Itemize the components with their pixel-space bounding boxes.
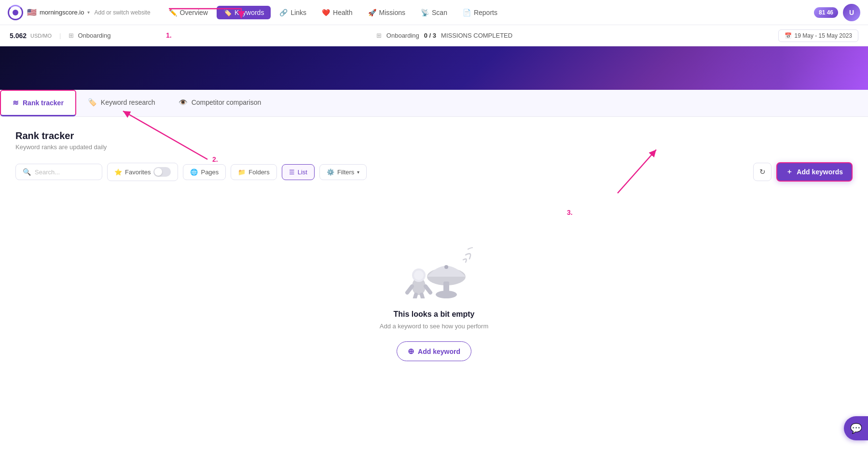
tab-competitor-label: Competitor comparison [192,98,262,106]
missions-header-icon: ⊞ [376,32,382,39]
filters-label: Filters [337,169,354,176]
nav-missions-label: Missions [379,9,405,16]
svg-line-4 [426,286,430,293]
keywords-icon: 🏷️ [223,9,232,16]
sub-header-center: ⊞ Onboarding 0 / 3 MISSIONS COMPLETED [126,32,762,39]
chevron-down-icon: ▾ [357,169,359,175]
svg-point-10 [444,265,448,269]
pages-icon: 🌐 [190,169,198,176]
main-content: Rank tracker Keyword ranks are updated d… [0,117,868,450]
empty-state: This looks a bit empty Add a keyword to … [15,197,853,390]
favorites-label: Favorites [125,169,151,176]
toggle-knob [154,168,162,176]
missions-suffix: MISSIONS COMPLETED [441,32,512,39]
list-icon: ☰ [289,169,295,176]
tab-rank-tracker[interactable]: ≋ Rank tracker [0,90,76,116]
rank-tracker-title: Rank tracker [15,130,853,141]
nav-links[interactable]: 🔗 Links [273,6,313,19]
empty-subtitle: Add a keyword to see how you perform [380,323,488,330]
nav-overview-label: Overview [180,9,208,16]
folders-button[interactable]: 📁 Folders [231,164,276,180]
logo[interactable] [8,5,23,20]
tab-keyword-research[interactable]: 🏷️ Keyword research [76,90,167,116]
empty-illustration [396,226,473,298]
chat-icon: 💬 [850,422,862,434]
scan-icon: 📡 [421,9,429,16]
favorites-button[interactable]: ⭐ Favorites [107,163,178,181]
list-button[interactable]: ☰ List [282,164,315,180]
search-icon: 🔍 [23,168,31,176]
date-range-button[interactable]: 📅 19 May - 15 May 2023 [778,29,858,42]
calendar-icon: 📅 [785,32,792,39]
svg-line-6 [422,295,424,298]
missions-icon: 🚀 [368,9,376,16]
onboarding-icon: ⊞ [69,32,74,39]
price-display: 5.062 [10,32,27,40]
rank-tracker-header: Rank tracker Keyword ranks are updated d… [15,130,853,151]
folders-label: Folders [248,169,269,176]
score-badge: 81 46 [814,7,838,18]
date-range-label: 19 May - 15 May 2023 [795,32,852,39]
onboarding-label: Onboarding [78,32,110,39]
sub-header: 5.062 USD/MO | ⊞ Onboarding ⊞ Onboarding… [0,25,868,46]
empty-title: This looks a bit empty [393,310,474,319]
nav-keywords-label: Keywords [234,9,264,16]
keyword-research-tab-icon: 🏷️ [88,98,97,107]
svg-line-5 [414,295,416,298]
nav-items: ✏️ Overview 🏷️ Keywords 🔗 Links ❤️ Healt… [162,6,814,19]
nav-health-label: Health [333,9,352,16]
tab-keyword-research-label: Keyword research [101,98,155,106]
chevron-down-icon: ▾ [87,10,90,15]
top-navigation: 🇺🇸 morningscore.io ▾ Add or switch websi… [0,0,868,25]
logo-icon [8,5,23,20]
sub-header-right: 📅 19 May - 15 May 2023 [778,29,858,42]
add-keyword-label: Add keyword [418,348,460,355]
rank-tracker-tab-icon: ≋ [13,98,19,107]
add-keywords-button[interactable]: ＋ Add keywords [776,162,853,182]
svg-line-3 [407,286,412,293]
chat-widget[interactable]: 💬 [844,416,868,440]
svg-point-2 [414,270,424,280]
site-name: morningscore.io [40,9,84,16]
svg-point-9 [436,291,457,298]
nav-scan-label: Scan [432,9,447,16]
price-unit: USD/MO [30,33,52,39]
pages-button[interactable]: 🌐 Pages [183,164,226,180]
folder-icon: 📁 [238,169,246,176]
rank-tracker-subtitle: Keyword ranks are updated daily [15,143,853,151]
missions-count: 0 / 3 [424,32,436,39]
competitor-tab-icon: 👁️ [179,98,188,107]
filters-button[interactable]: ⚙️ Filters ▾ [319,164,367,180]
add-keyword-button[interactable]: ⊕ Add keyword [397,341,471,361]
add-switch-link[interactable]: Add or switch website [95,9,151,16]
satellite-illustration [396,226,473,298]
links-icon: 🔗 [279,9,288,16]
overview-icon: ✏️ [169,9,177,16]
rank-tracker-panel: Rank tracker Keyword ranks are updated d… [0,117,868,450]
nav-overview[interactable]: ✏️ Overview [162,6,215,19]
site-selector[interactable]: 🇺🇸 morningscore.io ▾ Add or switch websi… [27,8,151,17]
nav-right: 81 46 U [814,4,860,21]
sub-header-left: 5.062 USD/MO | ⊞ Onboarding [10,32,110,40]
nav-reports[interactable]: 📄 Reports [456,6,504,19]
nav-scan[interactable]: 📡 Scan [414,6,454,19]
avatar[interactable]: U [843,4,860,21]
search-box: 🔍 [15,164,102,180]
nav-keywords[interactable]: 🏷️ Keywords [217,6,271,19]
hero-overlay [0,46,868,90]
refresh-icon: ↻ [759,168,766,176]
plus-circle-icon: ⊕ [408,347,414,356]
refresh-button[interactable]: ↻ [753,163,772,181]
favorites-toggle[interactable] [153,167,171,177]
tab-rank-tracker-label: Rank tracker [23,99,64,107]
search-input[interactable] [35,169,93,176]
nav-health[interactable]: ❤️ Health [315,6,359,19]
nav-missions[interactable]: 🚀 Missions [361,6,412,19]
hero-banner [0,46,868,90]
keyword-tabs-row: ≋ Rank tracker 🏷️ Keyword research 👁️ Co… [0,90,868,117]
nav-links-label: Links [290,9,306,16]
star-icon: ⭐ [114,169,122,176]
rank-tracker-toolbar: 🔍 ⭐ Favorites 🌐 Pages 📁 Folders ☰ L [15,162,853,182]
add-keywords-label: Add keywords [797,168,843,176]
tab-competitor-comparison[interactable]: 👁️ Competitor comparison [167,90,273,116]
